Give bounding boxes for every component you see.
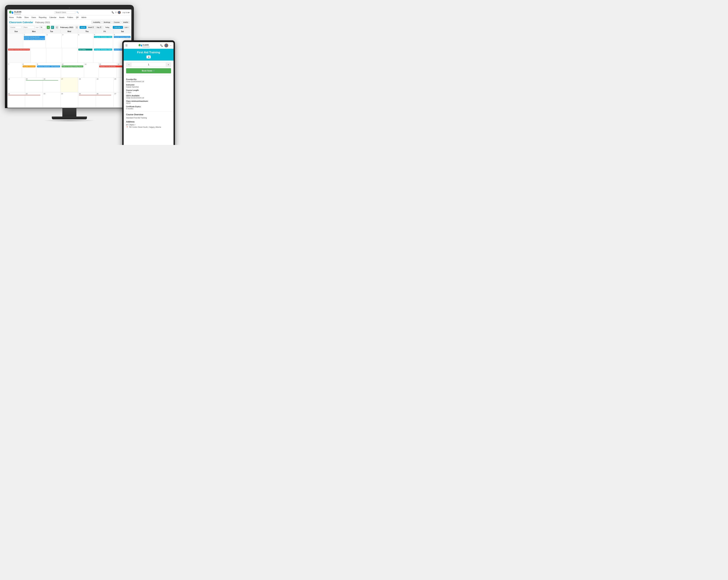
phone-icon[interactable]: 📞 (112, 11, 114, 13)
calendar-cell[interactable]: 24 (60, 92, 78, 107)
bookings-button[interactable]: Bookings (102, 21, 112, 24)
calendar-cell[interactable]: 1First Aid Training (Aurora)First Aid Tr… (23, 33, 46, 48)
calendar-event[interactable]: First Aid Training (Aurora) (24, 36, 45, 38)
tablet-bezel: ☰ CLEAN Environment 📞 👤 → (122, 40, 175, 145)
calendar-cell[interactable]: 23 (43, 92, 60, 107)
calendar-event[interactable]: Computer Workstation Safety (94, 36, 112, 38)
search-icon[interactable]: 🔍 (76, 11, 79, 13)
calendar-cell[interactable]: 18 (78, 78, 96, 92)
calendar-cell[interactable]: 17 (60, 78, 78, 92)
calendar-event[interactable]: Dog Bite Prevention (23, 65, 36, 67)
tablet-back-button[interactable]: ◀ (147, 55, 151, 58)
tablet-exit-icon[interactable]: → (170, 44, 172, 47)
nav-qr[interactable]: QR (76, 16, 79, 19)
calendar-event[interactable]: Pool Safety (78, 49, 93, 51)
calendar-cell[interactable] (7, 33, 23, 48)
calendar-cell[interactable]: 19 (96, 78, 114, 92)
course-length-value: 1 days (126, 91, 171, 93)
calendar-cell[interactable]: 11 (84, 63, 99, 77)
monitor-shadow (43, 119, 96, 122)
calendar-event[interactable]: First Aid Training (Calgary) (114, 36, 130, 38)
monitor-screen: CLEAN Environment 🔍 📞 ℹ 👤 Log Out ▶ Ho (7, 9, 131, 108)
logo-area: CLEAN Environment (9, 10, 21, 15)
calendar-cell[interactable] (46, 48, 62, 63)
calendar-cell[interactable]: 7 (7, 63, 22, 77)
calendar-week-0: 1First Aid Training (Aurora)First Aid Tr… (7, 33, 131, 48)
calendar-event[interactable]: Guide to Donning & Doffing Gloves (62, 65, 83, 67)
calendar-cell[interactable]: 9Instructor Dashboard - Fall Protection (36, 63, 61, 77)
nav-home[interactable]: Home (9, 16, 14, 19)
clear-filter-icon[interactable]: ✕ (47, 26, 50, 29)
prev-month-button[interactable]: ‹ (55, 26, 58, 29)
hamburger-icon[interactable]: ☰ (125, 44, 128, 47)
nav-folders[interactable]: Folders (67, 16, 73, 19)
calendar-cell[interactable]: 5Computer Workstation Safety (93, 33, 113, 48)
quantity-stepper: − + (126, 62, 171, 67)
calendar-cell[interactable]: 12Standard First Aid (Aurora) (99, 63, 117, 77)
max-input[interactable] (40, 26, 46, 29)
nav-store[interactable]: Store (24, 16, 29, 19)
address-street-line: 📍 700 Centre Street South, Calgary, Albe… (126, 126, 171, 128)
course-search-input[interactable] (9, 26, 21, 29)
ceu-value: Clean Environment Ltd (126, 97, 171, 99)
calendar-cell[interactable]: 26 (96, 92, 114, 107)
calendar-cell[interactable]: 3 (62, 33, 77, 48)
stepper-value-input[interactable] (131, 63, 166, 66)
list-view-button[interactable]: List ≡ (123, 26, 130, 29)
day-view-button[interactable]: Day ☰ (95, 26, 103, 29)
calendar-cell[interactable]: 22 (25, 92, 43, 107)
nav-calendar[interactable]: Calendar (49, 16, 56, 19)
address-city[interactable]: Calgary › (128, 124, 136, 126)
logout-button[interactable]: Log Out ▶ (122, 11, 130, 13)
search-filter-icon[interactable]: 🔍 (51, 26, 54, 29)
calendar-event[interactable]: Standard First Aid (Sherwood Park) (8, 49, 30, 51)
book-seats-button[interactable]: Book Seats 🛒 (126, 68, 171, 73)
nav-assets[interactable]: Assets (59, 16, 64, 19)
stepper-plus-button[interactable]: + (166, 62, 171, 67)
nav-users[interactable]: Users (31, 16, 36, 19)
calendar-event[interactable]: Computer Workstation Safety (94, 49, 112, 51)
search-input[interactable] (54, 11, 75, 14)
calendar-cell[interactable]: 8Dog Bite Prevention (22, 63, 36, 77)
availability-button[interactable]: Availability (91, 21, 102, 24)
nav-profile[interactable]: Profile (17, 16, 22, 19)
month-view-button[interactable]: Month (80, 26, 86, 29)
week-view-button[interactable]: Week ☰ (87, 26, 95, 29)
provided-by-label: Provided By: (126, 78, 171, 80)
calendar-cell[interactable]: 15 (25, 78, 43, 92)
waitlist-button[interactable]: Waitlist (122, 21, 130, 24)
calendar-view-button[interactable]: Calendar ≡ (113, 26, 123, 29)
avatar[interactable]: 👤 (118, 11, 121, 14)
tablet-avatar[interactable]: 👤 (164, 44, 168, 47)
next-month-button[interactable]: › (76, 26, 78, 29)
calendar-cell[interactable]: 4 (77, 33, 93, 48)
calendar-cell[interactable]: Computer Workstation Safety (93, 48, 113, 63)
calendar-event[interactable]: First Aid Training (Sherwood Park) (24, 38, 45, 40)
tablet-booking-section: − + Book Seats 🛒 (124, 60, 174, 75)
calendar-cell[interactable]: 14 (7, 78, 25, 92)
cell-date-number: 18 (79, 78, 95, 80)
calendar-cell[interactable]: 25 (78, 92, 96, 107)
calendar-cell[interactable]: 16 (43, 78, 60, 92)
calendar-cell[interactable]: 21 (7, 92, 25, 107)
courses-button[interactable]: Courses (112, 21, 121, 24)
calendar-event[interactable]: Instructor Dashboard - Fall Protection (37, 65, 60, 67)
stepper-minus-button[interactable]: − (126, 62, 131, 67)
nav-reporting[interactable]: Reporting (39, 16, 46, 19)
tablet-details-section: Provided By: Clean Environment Ltd Instr… (124, 75, 174, 111)
logo-clean: CLEAN (14, 11, 21, 13)
day-sun: Sun (7, 30, 25, 33)
calendar-cell[interactable]: Pool Safety (78, 48, 93, 63)
tablet-topbar: ☰ CLEAN Environment 📞 👤 → (124, 42, 174, 49)
nav-admin[interactable]: Admin (81, 16, 86, 19)
calendar-cell[interactable] (62, 48, 78, 63)
calendar-cell[interactable]: 2 (46, 33, 62, 48)
cell-date-number: 5 (94, 34, 112, 36)
place-search-input[interactable] (23, 26, 35, 29)
tablet-phone-icon[interactable]: 📞 (160, 44, 163, 47)
today-button[interactable]: Today (104, 26, 111, 29)
info-icon[interactable]: ℹ (115, 11, 116, 13)
calendar-cell[interactable] (31, 48, 46, 63)
calendar-cell[interactable]: Standard First Aid (Sherwood Park) (7, 48, 31, 63)
calendar-cell[interactable]: 10Guide to Donning & Doffing Gloves (61, 63, 84, 77)
